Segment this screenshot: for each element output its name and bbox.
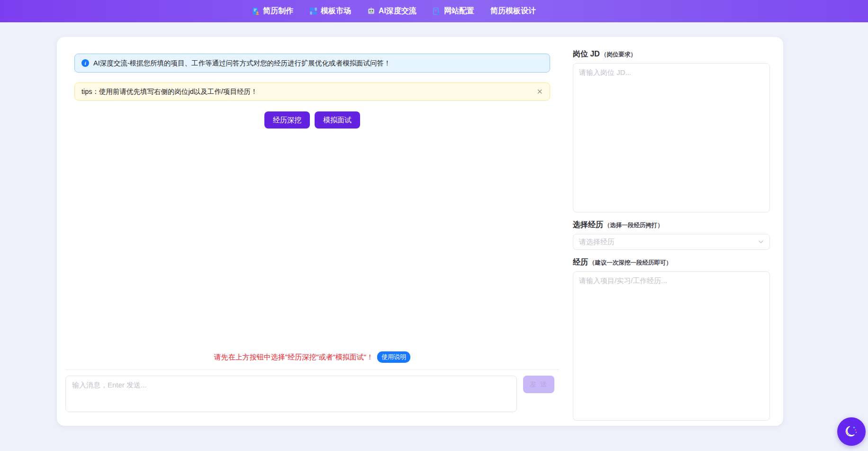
jd-label-title: 岗位 JD <box>573 49 600 59</box>
main-card: i AI深度交流-根据您所填的项目、工作等通过问答方式对您的经历进行扩展优化或者… <box>57 37 783 426</box>
nav-item-template-market[interactable]: 模板市场 <box>309 6 351 16</box>
nav-item-label: 网站配置 <box>444 6 474 16</box>
mode-buttons: 经历深挖 模拟面试 <box>65 111 559 129</box>
experience-select[interactable]: 请选择经历 <box>573 234 770 250</box>
theme-toggle-button[interactable] <box>837 417 866 446</box>
nav-item-label: 模板市场 <box>321 6 351 16</box>
jd-label: 岗位 JD （岗位要求） <box>573 49 770 59</box>
info-alert: i AI深度交流-根据您所填的项目、工作等通过问答方式对您的经历进行扩展优化或者… <box>74 54 550 73</box>
send-button[interactable]: 发 送 <box>523 376 554 393</box>
jd-label-subtitle: （岗位要求） <box>601 51 636 59</box>
hint-text: 请先在上方按钮中选择"经历深挖"或者"模拟面试"！ <box>214 353 373 362</box>
tips-alert-text: tips：使用前请优先填写右侧的岗位jd以及工作/项目经历！ <box>81 87 257 96</box>
info-icon: i <box>81 59 89 67</box>
top-nav: 简历制作 模板市场 AI深度交流 <box>0 0 868 22</box>
info-alert-text: AI深度交流-根据您所填的项目、工作等通过问答方式对您的经历进行扩展优化或者模拟… <box>93 59 391 68</box>
close-icon[interactable]: × <box>537 88 543 95</box>
nav-item-template-design[interactable]: 简历模板设计 <box>490 6 536 16</box>
experience-title: 经历 <box>573 258 588 267</box>
input-divider <box>65 369 559 370</box>
nav-item-label: 简历制作 <box>263 6 293 16</box>
usage-instructions-button[interactable]: 使用说明 <box>377 351 410 363</box>
select-experience-subtitle: （选择一段经历拷打） <box>604 221 663 230</box>
resume-icon <box>252 7 260 15</box>
experience-textarea[interactable] <box>573 271 770 421</box>
experience-select-placeholder: 请选择经历 <box>579 238 615 247</box>
select-experience-title: 选择经历 <box>573 220 603 230</box>
moon-icon <box>843 423 860 441</box>
chat-panel: i AI深度交流-根据您所填的项目、工作等通过问答方式对您的经历进行扩展优化或者… <box>65 54 559 412</box>
nav-item-label: 简历模板设计 <box>490 6 536 16</box>
hint-row: 请先在上方按钮中选择"经历深挖"或者"模拟面试"！ 使用说明 <box>65 351 559 363</box>
nav-item-label: AI深度交流 <box>379 6 416 16</box>
message-input-row: 发 送 <box>65 376 559 412</box>
nav-item-resume-builder[interactable]: 简历制作 <box>252 6 293 16</box>
tips-alert: tips：使用前请优先填写右侧的岗位jd以及工作/项目经历！ × <box>74 83 550 101</box>
experience-label: 经历 （建议一次深挖一段经历即可） <box>573 258 770 267</box>
site-config-icon <box>433 7 441 15</box>
jd-textarea[interactable] <box>573 63 770 212</box>
robot-icon <box>367 7 375 15</box>
job-panel: 岗位 JD （岗位要求） 选择经历 （选择一段经历拷打） 请选择经历 经历 （建… <box>573 37 770 426</box>
deep-dig-button[interactable]: 经历深挖 <box>264 111 310 129</box>
mock-interview-button[interactable]: 模拟面试 <box>315 111 360 129</box>
experience-subtitle: （建议一次深挖一段经历即可） <box>589 259 672 267</box>
nav-item-site-config[interactable]: 网站配置 <box>433 6 474 16</box>
select-experience-label: 选择经历 （选择一段经历拷打） <box>573 220 770 230</box>
nav-item-ai-chat[interactable]: AI深度交流 <box>367 6 416 16</box>
template-market-icon <box>309 7 317 15</box>
chat-message-area <box>65 129 559 351</box>
message-input[interactable] <box>65 376 517 412</box>
chevron-down-icon <box>758 239 764 245</box>
